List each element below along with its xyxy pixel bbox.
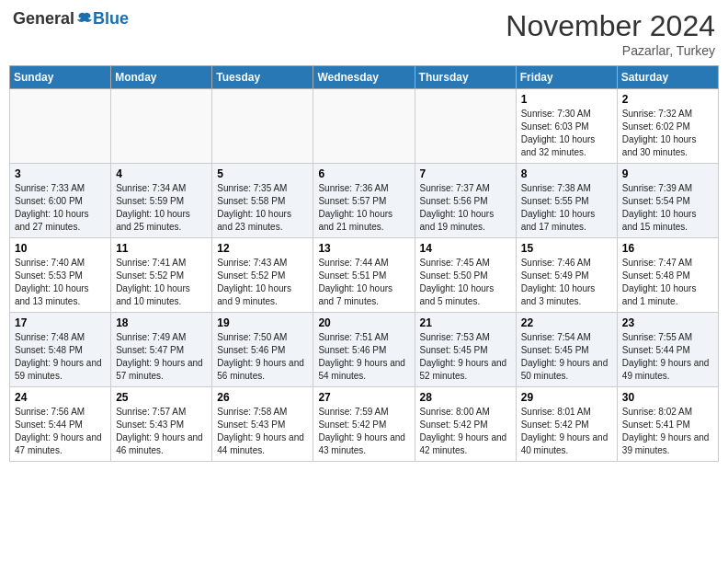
day-number: 30 [622,391,713,404]
day-info: Sunrise: 7:34 AMSunset: 5:59 PMDaylight:… [116,182,207,234]
day-info: Sunrise: 7:44 AMSunset: 5:51 PMDaylight:… [318,257,409,308]
day-cell: 17Sunrise: 7:48 AMSunset: 5:48 PMDayligh… [10,313,111,387]
day-number: 19 [217,316,308,329]
day-cell [415,89,516,164]
day-info: Sunrise: 7:30 AMSunset: 6:03 PMDaylight:… [521,108,612,159]
week-row-3: 10Sunrise: 7:40 AMSunset: 5:53 PMDayligh… [10,238,719,313]
day-cell: 27Sunrise: 7:59 AMSunset: 5:42 PMDayligh… [313,387,415,462]
day-cell: 16Sunrise: 7:47 AMSunset: 5:48 PMDayligh… [617,238,718,313]
day-info: Sunrise: 7:41 AMSunset: 5:52 PMDaylight:… [116,257,207,308]
calendar-table: SundayMondayTuesdayWednesdayThursdayFrid… [9,65,719,462]
day-info: Sunrise: 7:36 AMSunset: 5:57 PMDaylight:… [318,182,409,234]
day-number: 2 [622,93,713,106]
day-number: 16 [622,242,713,255]
day-number: 23 [622,316,713,329]
day-info: Sunrise: 7:37 AMSunset: 5:56 PMDaylight:… [420,182,511,234]
day-info: Sunrise: 7:49 AMSunset: 5:47 PMDaylight:… [116,331,207,383]
day-number: 26 [217,391,308,404]
day-cell: 19Sunrise: 7:50 AMSunset: 5:46 PMDayligh… [212,313,313,387]
day-cell [10,89,111,164]
logo-general-text: General [13,9,74,29]
day-info: Sunrise: 7:40 AMSunset: 5:53 PMDaylight:… [15,257,106,308]
day-cell: 29Sunrise: 8:01 AMSunset: 5:42 PMDayligh… [516,387,617,462]
day-info: Sunrise: 7:54 AMSunset: 5:45 PMDaylight:… [521,331,612,383]
day-number: 4 [116,167,207,180]
day-info: Sunrise: 7:58 AMSunset: 5:43 PMDaylight:… [217,406,308,457]
logo-blue-text: Blue [93,9,129,29]
day-info: Sunrise: 7:53 AMSunset: 5:45 PMDaylight:… [420,331,511,383]
day-info: Sunrise: 7:32 AMSunset: 6:02 PMDaylight:… [622,108,713,159]
day-info: Sunrise: 8:02 AMSunset: 5:41 PMDaylight:… [622,406,713,457]
day-cell: 15Sunrise: 7:46 AMSunset: 5:49 PMDayligh… [516,238,617,313]
day-info: Sunrise: 7:43 AMSunset: 5:52 PMDaylight:… [217,257,308,308]
day-cell: 22Sunrise: 7:54 AMSunset: 5:45 PMDayligh… [516,313,617,387]
day-info: Sunrise: 7:50 AMSunset: 5:46 PMDaylight:… [217,331,308,383]
day-number: 29 [521,391,612,404]
day-info: Sunrise: 8:01 AMSunset: 5:42 PMDaylight:… [521,406,612,457]
week-row-5: 24Sunrise: 7:56 AMSunset: 5:44 PMDayligh… [10,387,719,462]
day-number: 22 [521,316,612,329]
day-number: 6 [318,167,409,180]
day-cell: 30Sunrise: 8:02 AMSunset: 5:41 PMDayligh… [617,387,718,462]
location-subtitle: Pazarlar, Turkey [506,43,715,58]
day-cell: 4Sunrise: 7:34 AMSunset: 5:59 PMDaylight… [111,164,212,238]
weekday-header-sunday: Sunday [10,66,111,89]
day-number: 5 [217,167,308,180]
day-number: 11 [116,242,207,255]
day-cell: 25Sunrise: 7:57 AMSunset: 5:43 PMDayligh… [111,387,212,462]
day-cell: 6Sunrise: 7:36 AMSunset: 5:57 PMDaylight… [313,164,415,238]
day-number: 14 [420,242,511,255]
day-cell: 18Sunrise: 7:49 AMSunset: 5:47 PMDayligh… [111,313,212,387]
day-cell: 7Sunrise: 7:37 AMSunset: 5:56 PMDaylight… [415,164,516,238]
day-number: 21 [420,316,511,329]
day-info: Sunrise: 7:39 AMSunset: 5:54 PMDaylight:… [622,182,713,234]
day-number: 3 [15,167,106,180]
weekday-header-monday: Monday [111,66,212,89]
day-number: 20 [318,316,409,329]
day-cell: 12Sunrise: 7:43 AMSunset: 5:52 PMDayligh… [212,238,313,313]
day-info: Sunrise: 7:55 AMSunset: 5:44 PMDaylight:… [622,331,713,383]
weekday-header-wednesday: Wednesday [313,66,415,89]
day-cell: 26Sunrise: 7:58 AMSunset: 5:43 PMDayligh… [212,387,313,462]
weekday-header-saturday: Saturday [617,66,718,89]
day-cell: 14Sunrise: 7:45 AMSunset: 5:50 PMDayligh… [415,238,516,313]
day-info: Sunrise: 7:51 AMSunset: 5:46 PMDaylight:… [318,331,409,383]
logo-bird-icon [76,11,93,28]
day-info: Sunrise: 7:38 AMSunset: 5:55 PMDaylight:… [521,182,612,234]
day-cell: 2Sunrise: 7:32 AMSunset: 6:02 PMDaylight… [617,89,718,164]
week-row-4: 17Sunrise: 7:48 AMSunset: 5:48 PMDayligh… [10,313,719,387]
day-number: 1 [521,93,612,106]
day-info: Sunrise: 7:56 AMSunset: 5:44 PMDaylight:… [15,406,106,457]
day-info: Sunrise: 7:48 AMSunset: 5:48 PMDaylight:… [15,331,106,383]
day-info: Sunrise: 7:46 AMSunset: 5:49 PMDaylight:… [521,257,612,308]
day-number: 7 [420,167,511,180]
week-row-2: 3Sunrise: 7:33 AMSunset: 6:00 PMDaylight… [10,164,719,238]
day-cell: 28Sunrise: 8:00 AMSunset: 5:42 PMDayligh… [415,387,516,462]
day-number: 18 [116,316,207,329]
weekday-header-friday: Friday [516,66,617,89]
day-number: 9 [622,167,713,180]
day-number: 15 [521,242,612,255]
weekday-header-tuesday: Tuesday [212,66,313,89]
day-number: 24 [15,391,106,404]
day-cell: 20Sunrise: 7:51 AMSunset: 5:46 PMDayligh… [313,313,415,387]
logo: General Blue [13,9,129,29]
day-cell: 10Sunrise: 7:40 AMSunset: 5:53 PMDayligh… [10,238,111,313]
day-cell: 5Sunrise: 7:35 AMSunset: 5:58 PMDaylight… [212,164,313,238]
day-cell: 21Sunrise: 7:53 AMSunset: 5:45 PMDayligh… [415,313,516,387]
day-cell: 13Sunrise: 7:44 AMSunset: 5:51 PMDayligh… [313,238,415,313]
day-cell: 1Sunrise: 7:30 AMSunset: 6:03 PMDaylight… [516,89,617,164]
day-cell: 24Sunrise: 7:56 AMSunset: 5:44 PMDayligh… [10,387,111,462]
page-header: General Blue November 2024 Pazarlar, Tur… [9,9,719,58]
day-cell: 3Sunrise: 7:33 AMSunset: 6:00 PMDaylight… [10,164,111,238]
day-info: Sunrise: 7:59 AMSunset: 5:42 PMDaylight:… [318,406,409,457]
day-number: 28 [420,391,511,404]
day-cell: 11Sunrise: 7:41 AMSunset: 5:52 PMDayligh… [111,238,212,313]
day-number: 8 [521,167,612,180]
month-title: November 2024 [506,9,715,43]
day-number: 27 [318,391,409,404]
day-info: Sunrise: 7:33 AMSunset: 6:00 PMDaylight:… [15,182,106,234]
day-number: 17 [15,316,106,329]
week-row-1: 1Sunrise: 7:30 AMSunset: 6:03 PMDaylight… [10,89,719,164]
day-number: 25 [116,391,207,404]
